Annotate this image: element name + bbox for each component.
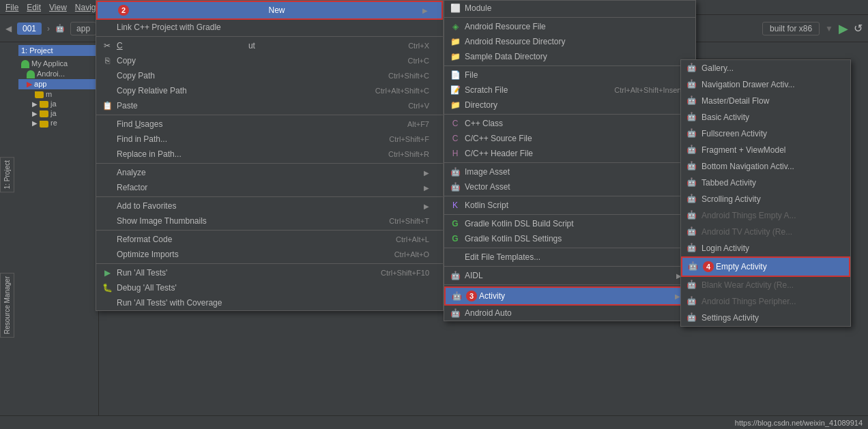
activity-item-android-things-empty: 🤖 Android Things Empty A... (681, 207, 850, 224)
menu-item-scratch-file[interactable]: 📝 Scratch File Ctrl+Alt+Shift+Insert (444, 83, 695, 98)
activity-item-master-detail[interactable]: 🤖 Master/Detail Flow (681, 93, 850, 109)
menu-item-new[interactable]: 2 New ▶ (96, 1, 443, 20)
tree-item-android[interactable]: Androi... (18, 69, 97, 79)
activity-item-basic[interactable]: 🤖 Basic Activity (681, 109, 850, 125)
android-icon: 🤖 (686, 177, 697, 188)
module-icon: ⬜ (450, 3, 461, 14)
tree-item-ja1[interactable]: ▶ ja (18, 99, 97, 108)
activity-item-login[interactable]: 🤖 Login Activity (681, 240, 850, 256)
android-icon: 🤖 (686, 194, 697, 205)
activity-item-android-tv: 🤖 Android TV Activity (Re... (681, 224, 850, 240)
android-icon (21, 60, 29, 68)
toolbar-app-label[interactable]: app (70, 22, 96, 35)
android-icon: 🤖 (686, 79, 697, 90)
cpp-src-icon: C (450, 133, 461, 144)
separator (444, 162, 695, 163)
app-icon: ▶ (27, 80, 32, 88)
menu-item-activity[interactable]: 🤖 3Activity ▶ (444, 286, 695, 306)
refresh-button[interactable]: ↺ (854, 22, 863, 35)
menu-item-kotlin-script[interactable]: K Kotlin Script (444, 198, 695, 213)
menu-item-copy-path[interactable]: Copy Path Ctrl+Shift+C (96, 68, 443, 83)
menu-item-cpp-class[interactable]: C C++ Class (444, 116, 695, 131)
activity-item-fullscreen[interactable]: 🤖 Fullscreen Activity (681, 125, 850, 142)
menu-item-find-in-path[interactable]: Find in Path... Ctrl+Shift+F (96, 132, 443, 147)
menu-view[interactable]: View (49, 3, 67, 12)
tree-item-m[interactable]: m (18, 89, 97, 99)
menu-file[interactable]: File (5, 3, 18, 12)
menu-item-add-favorites[interactable]: Add to Favorites ▶ (96, 198, 443, 213)
menu-item-android-resource-file[interactable]: ◈ Android Resource File (444, 19, 695, 34)
kotlin-icon: K (450, 200, 461, 211)
cpp-icon: C (450, 118, 461, 129)
android-icon: 🤖 (686, 128, 697, 139)
menu-item-file[interactable]: 📄 File (444, 68, 695, 83)
menu-item-refactor[interactable]: Refactor ▶ (96, 180, 443, 195)
status-bar: https://blog.csdn.net/weixin_41089914 (0, 415, 868, 429)
menu-item-gradle-settings[interactable]: G Gradle Kotlin DSL Settings (444, 231, 695, 246)
badge-3: 3 (466, 291, 477, 301)
submenu-arrow-icon: ▶ (424, 169, 429, 177)
activity-item-tabbed[interactable]: 🤖 Tabbed Activity (681, 175, 850, 191)
menu-item-module[interactable]: ⬜ Module (444, 1, 695, 16)
android-icon: 🤖 (688, 261, 699, 272)
menu-item-image-asset[interactable]: 🤖 Image Asset (444, 164, 695, 179)
build-target[interactable]: built for x86 (762, 22, 820, 35)
menu-item-debug-tests[interactable]: 🐛 Debug 'All Tests' (96, 280, 443, 295)
menu-item-aidl[interactable]: 🤖 AIDL ▶ (444, 268, 695, 283)
android-icon: 🤖 (686, 226, 697, 237)
android-dir-icon: 📁 (450, 36, 461, 47)
expand-icon: ▶ (32, 110, 38, 117)
submenu-arrow-icon: ▶ (424, 203, 429, 210)
menu-item-gradle-build[interactable]: G Gradle Kotlin DSL Build Script (444, 216, 695, 231)
menu-item-android-auto[interactable]: 🤖 Android Auto (444, 306, 695, 321)
run-icon: ▶ (102, 267, 113, 278)
android-icon: 🤖 (450, 308, 461, 319)
menu-item-cpp-header[interactable]: H C/C++ Header File (444, 146, 695, 161)
activity-item-blank-wear: 🤖 Blank Wear Activity (Re... (681, 277, 850, 293)
activity-item-fragment-viewmodel[interactable]: 🤖 Fragment + ViewModel (681, 142, 850, 158)
menu-item-find-usages[interactable]: Find Usages Alt+F7 (96, 117, 443, 132)
menu-item-analyze[interactable]: Analyze ▶ (96, 165, 443, 180)
activity-item-empty[interactable]: 🤖 4Empty Activity (681, 256, 850, 277)
separator (444, 196, 695, 196)
menu-item-run-tests[interactable]: ▶ Run 'All Tests' Ctrl+Shift+F10 (96, 265, 443, 280)
menu-item-show-thumbnails[interactable]: Show Image Thumbnails Ctrl+Shift+T (96, 213, 443, 228)
menu-item-reformat[interactable]: Reformat Code Ctrl+Alt+L (96, 232, 443, 247)
submenu-arrow-icon: ▶ (424, 184, 429, 192)
activity-item-scrolling[interactable]: 🤖 Scrolling Activity (681, 191, 850, 207)
tree-item-ja2[interactable]: ▶ ja (18, 108, 97, 118)
android-icon: 🤖 (451, 291, 462, 301)
run-button[interactable]: ▶ (839, 21, 848, 36)
menu-item-replace-in-path[interactable]: Replace in Path... Ctrl+Shift+R (96, 147, 443, 162)
activity-item-gallery[interactable]: 🤖 Gallery... (681, 60, 850, 76)
submenu-arrow-icon: ▶ (675, 293, 680, 300)
menu-item-link-cpp[interactable]: Link C++ Project with Gradle (96, 20, 443, 35)
menu-item-cut[interactable]: ✂ Cut Ctrl+X (96, 38, 443, 53)
resource-manager-label[interactable]: Resource Manager (0, 273, 14, 338)
badge-2: 2 (118, 5, 129, 16)
android-icon: 🤖 (55, 24, 65, 33)
activity-item-settings[interactable]: 🤖 Settings Activity (681, 310, 850, 326)
tree-item-myapplica[interactable]: My Applica (18, 59, 97, 69)
tree-item-re[interactable]: ▶ re (18, 118, 97, 128)
context-menu-new: ⬜ Module ◈ Android Resource File 📁 Andro… (444, 0, 696, 321)
menu-item-sample-data-dir[interactable]: 📁 Sample Data Directory (444, 49, 695, 64)
menu-item-copy-relative[interactable]: Copy Relative Path Ctrl+Alt+Shift+C (96, 83, 443, 98)
menu-item-directory[interactable]: 📁 Directory (444, 98, 695, 113)
menu-item-cpp-source[interactable]: C C/C++ Source File (444, 131, 695, 146)
project-panel-label[interactable]: 1: Project (0, 157, 14, 192)
menu-item-paste[interactable]: 📋 Paste Ctrl+V (96, 98, 443, 113)
activity-item-nav-drawer[interactable]: 🤖 Navigation Drawer Activ... (681, 76, 850, 93)
toolbar-back-icon[interactable]: ◀ (5, 24, 12, 33)
menu-item-vector-asset[interactable]: 🤖 Vector Asset (444, 179, 695, 194)
tree-item-app[interactable]: ▶ app (18, 79, 97, 89)
separator-2 (96, 115, 443, 115)
menu-item-run-coverage[interactable]: Run 'All Tests' with Coverage (96, 295, 443, 310)
menu-item-optimize[interactable]: Optimize Imports Ctrl+Alt+O (96, 247, 443, 262)
menu-item-copy[interactable]: ⎘ Copy Ctrl+C (96, 53, 443, 68)
new-label: New (268, 5, 285, 15)
menu-edit[interactable]: Edit (27, 3, 41, 12)
activity-item-bottom-nav[interactable]: 🤖 Bottom Navigation Activ... (681, 158, 850, 175)
menu-item-android-resource-dir[interactable]: 📁 Android Resource Directory (444, 34, 695, 49)
menu-item-edit-templates[interactable]: Edit File Templates... (444, 250, 695, 265)
